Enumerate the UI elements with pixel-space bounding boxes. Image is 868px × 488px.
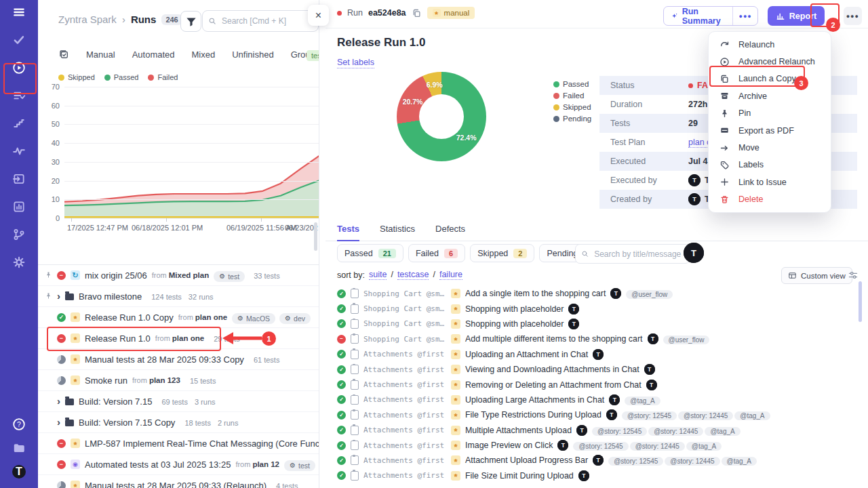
steps-icon[interactable] — [12, 117, 26, 130]
test-suite[interactable]: Attachments @first — [363, 380, 446, 389]
test-assignee-avatar[interactable]: T — [578, 470, 589, 481]
result-filter-chip[interactable]: Failed 6 — [408, 244, 465, 262]
test-title[interactable]: Uploading Large Attachments in Chat — [465, 395, 604, 405]
result-filter-chip[interactable]: Passed 21 — [337, 244, 403, 262]
test-assignee-avatar[interactable]: T — [557, 440, 568, 451]
test-suite[interactable]: Attachments @first — [363, 426, 446, 434]
right-scrollbar-thumb[interactable] — [859, 281, 862, 322]
run-list-item[interactable]: Manual tests at 28 Mar 2025 09:33 Copy 6… — [38, 349, 319, 370]
run-list-item[interactable]: mix origin 25/06 fromMixed plan ⚙test 33… — [38, 265, 319, 286]
run-list-item[interactable]: › Build: Version 7.15 69 tests3 runs — [38, 391, 319, 412]
result-filter-chip[interactable]: Skipped 2 — [470, 244, 534, 262]
run-summary-button[interactable]: Run Summary ●●● — [663, 6, 758, 26]
run-list-item[interactable]: Smoke run fromplan 123 15 tests — [38, 370, 319, 391]
test-list-item[interactable]: Shopping Cart @sm… Add multiple differen… — [326, 331, 868, 346]
test-suite[interactable]: Attachments @first — [363, 456, 446, 465]
test-assignee-avatar[interactable]: T — [610, 288, 621, 299]
test-list-item[interactable]: Attachments @first Image Preview on Clic… — [326, 438, 868, 453]
pulse-icon[interactable] — [12, 144, 26, 158]
run-list-item[interactable]: › Build: Version 7.15 Copy 18 tests2 run… — [38, 412, 319, 433]
test-list-item[interactable]: Attachments @first Viewing and Downloadi… — [326, 362, 868, 377]
test-title[interactable]: Uploading an Attachment in Chat — [465, 350, 588, 359]
run-summary-more-button[interactable]: ●●● — [732, 7, 757, 25]
test-title[interactable]: Shopping with placeholder — [465, 304, 564, 314]
test-list-item[interactable]: Attachments @first Uploading Large Attac… — [326, 392, 868, 407]
test-assignee-avatar[interactable]: T — [648, 333, 658, 344]
bar-chart-icon[interactable] — [12, 200, 26, 214]
test-assignee-avatar[interactable]: T — [568, 304, 579, 314]
test-list-item[interactable]: Shopping Cart @sm… Add a single item to … — [326, 286, 868, 301]
chevron-right-icon[interactable]: › — [57, 395, 60, 407]
left-scrollbar-thumb[interactable] — [314, 222, 317, 251]
sort-option-failure[interactable]: failure — [439, 270, 462, 280]
test-list-item[interactable]: Attachments @first Multiple Attachments … — [326, 423, 868, 438]
menu-item[interactable]: Pin — [709, 105, 831, 122]
more-actions-button[interactable]: ●●● — [844, 7, 862, 25]
run-list-item[interactable]: LMP-587 Implement Real-Time Chat Messagi… — [38, 433, 319, 454]
sort-option-suite[interactable]: suite — [369, 270, 387, 280]
report-button[interactable]: Report — [768, 6, 825, 26]
test-assignee-avatar[interactable]: T — [593, 455, 604, 466]
menu-item[interactable]: Relaunch — [709, 36, 831, 53]
menu-icon[interactable] — [12, 5, 26, 19]
menu-item[interactable]: Delete — [709, 191, 831, 208]
test-suite[interactable]: Attachments @first — [363, 350, 446, 359]
avatar-icon[interactable]: T — [12, 465, 26, 479]
test-list-item[interactable]: Attachments @first File Type Restriction… — [326, 407, 868, 422]
test-suite[interactable]: Attachments @first — [363, 411, 446, 420]
menu-item[interactable]: Export as PDF — [709, 122, 831, 139]
test-assignee-avatar[interactable]: T — [609, 394, 620, 405]
folder-filled-icon[interactable] — [12, 441, 26, 455]
test-suite[interactable]: Shopping Cart @sm… — [363, 335, 446, 344]
test-suite[interactable]: Attachments @first — [363, 441, 446, 450]
custom-view-button[interactable]: Custom view — [781, 267, 852, 284]
test-suite[interactable]: Attachments @first — [363, 471, 446, 480]
help-icon[interactable]: ? — [12, 418, 26, 431]
test-assignee-avatar[interactable]: T — [576, 425, 587, 436]
run-list-item[interactable]: › Bravo milestone 124 tests32 runs — [38, 286, 319, 307]
test-list-item[interactable]: Attachments @first Removing or Deleting … — [326, 377, 868, 392]
play-circle-icon[interactable] — [12, 61, 26, 75]
run-list-item[interactable]: Release Run 1.0 Copy fromplan one ⚙MacOS… — [38, 307, 319, 328]
run-list-item[interactable]: Manual tests at 28 Mar 2025 09:33 (Relau… — [38, 475, 319, 488]
sort-option-testcase[interactable]: testcase — [397, 270, 429, 280]
run-detail-tab[interactable]: Defects — [435, 224, 465, 241]
test-list-item[interactable]: Attachments @first Uploading an Attachme… — [326, 347, 868, 362]
run-list-item[interactable]: Automated tests at 03 Jul 2025 13:25 fro… — [38, 454, 319, 475]
run-detail-tab[interactable]: Tests — [337, 224, 359, 241]
run-detail-tab[interactable]: Statistics — [380, 224, 415, 241]
run-list-item[interactable]: Release Run 1.0 fromplan one 29 tests — [38, 328, 319, 349]
close-panel-button[interactable]: × — [308, 5, 329, 26]
test-title[interactable]: File Type Restrictions During Upload — [465, 410, 601, 420]
test-title[interactable]: Removing or Deleting an Attachment from … — [465, 380, 642, 390]
menu-item[interactable]: Advanced Relaunch — [709, 53, 831, 70]
check-icon[interactable] — [12, 33, 26, 47]
menu-item[interactable]: Labels — [709, 157, 831, 174]
chevron-right-icon[interactable]: › — [57, 290, 60, 302]
test-assignee-avatar[interactable]: T — [644, 364, 655, 375]
gear-icon[interactable] — [12, 256, 26, 269]
test-title[interactable]: Multiple Attachments Upload — [465, 426, 572, 435]
test-assignee-avatar[interactable]: T — [593, 349, 604, 360]
test-suite[interactable]: Attachments @first — [363, 395, 446, 404]
test-suite[interactable]: Shopping Cart @sm… — [363, 319, 446, 328]
test-assignee-avatar[interactable]: T — [568, 319, 579, 329]
test-list-item[interactable]: Shopping Cart @sm… Shopping with placeho… — [326, 301, 868, 316]
copy-run-id-icon[interactable] — [412, 8, 422, 18]
branch-icon[interactable] — [12, 228, 26, 241]
test-suite[interactable]: Attachments @first — [363, 365, 446, 374]
test-title[interactable]: Viewing and Downloading Attachments in C… — [465, 365, 639, 374]
test-title[interactable]: Add a single item to the shopping cart — [465, 289, 606, 298]
menu-item[interactable]: Launch a Copy — [709, 70, 831, 87]
test-title[interactable]: Shopping with placeholder — [465, 319, 564, 329]
set-labels-link[interactable]: Set labels — [337, 58, 374, 68]
test-suite[interactable]: Shopping Cart @sm… — [363, 304, 446, 313]
menu-item[interactable]: Link to Issue — [709, 174, 831, 190]
test-assignee-avatar[interactable]: T — [606, 409, 617, 420]
test-list-item[interactable]: Shopping Cart @sm… Shopping with placeho… — [326, 317, 868, 331]
list-check-icon[interactable] — [12, 89, 26, 102]
test-assignee-avatar[interactable]: T — [646, 380, 657, 390]
menu-item[interactable]: Archive — [709, 87, 831, 104]
test-title[interactable]: Image Preview on Click — [465, 441, 553, 450]
test-list-item[interactable]: Attachments @first File Size Limit Durin… — [326, 468, 868, 483]
